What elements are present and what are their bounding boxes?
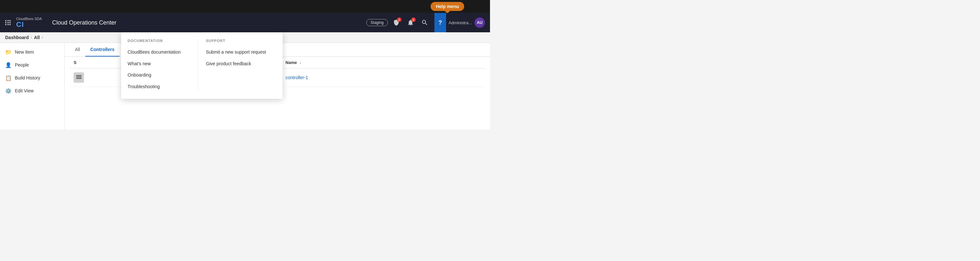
help-menu-callout: Help menu <box>431 2 464 11</box>
sidebar: 📁 New Item 👤 People 📋 Build History ⚙️ E… <box>0 43 65 129</box>
dropdown-item-cloudbees-docs[interactable]: CloudBees documentation <box>127 46 198 58</box>
sidebar-item-new-item[interactable]: 📁 New Item <box>0 46 64 59</box>
cell-controller-name: controller-1 <box>282 68 485 87</box>
tab-all[interactable]: All <box>70 43 85 57</box>
dropdown-item-troubleshooting[interactable]: Troubleshooting <box>127 81 198 93</box>
header-center-title: Cloud Operations Center <box>52 19 361 26</box>
sidebar-item-people[interactable]: 👤 People <box>0 59 64 72</box>
user-avatar[interactable]: AU <box>474 18 485 28</box>
search-icon <box>421 19 428 26</box>
dropdown-item-onboarding[interactable]: Onboarding <box>127 70 198 81</box>
edit-view-icon: ⚙️ <box>5 88 12 94</box>
dropdown-item-whats-new[interactable]: What's new <box>127 58 198 70</box>
bell-badge: 1 <box>411 18 416 22</box>
brand: CloudBees SDA CI <box>16 17 42 29</box>
sidebar-item-label-new-item: New Item <box>15 49 34 54</box>
search-icon-btn[interactable] <box>419 17 431 29</box>
new-item-icon: 📁 <box>5 49 12 55</box>
svg-point-2 <box>80 76 81 76</box>
sidebar-item-edit-view[interactable]: ⚙️ Edit View <box>0 84 64 97</box>
dropdown-item-product-feedback[interactable]: Give product feedback <box>206 58 277 70</box>
build-history-icon: 📋 <box>5 75 12 81</box>
help-dropdown: DOCUMENTATION CloudBees documentation Wh… <box>121 32 283 99</box>
people-icon: 👤 <box>5 62 12 68</box>
header-actions: Staging 1 1 ? Administra... AU <box>366 13 485 32</box>
bell-icon-btn[interactable]: 1 <box>405 17 416 29</box>
dropdown-doc-col: DOCUMENTATION CloudBees documentation Wh… <box>127 39 198 92</box>
admin-name[interactable]: Administra... <box>449 20 472 25</box>
breadcrumb-expand[interactable]: › <box>42 35 43 40</box>
server-icon <box>74 72 84 83</box>
dropdown-item-submit-support[interactable]: Submit a new support request <box>206 46 277 58</box>
breadcrumb-dashboard[interactable]: Dashboard <box>5 35 29 40</box>
server-svg <box>76 74 82 81</box>
annotation-bar: Help menu <box>0 0 490 13</box>
tab-controllers[interactable]: Controllers <box>85 43 120 57</box>
staging-badge[interactable]: Staging <box>366 19 388 26</box>
sidebar-item-build-history[interactable]: 📋 Build History <box>0 72 64 84</box>
doc-section-label: DOCUMENTATION <box>127 39 198 43</box>
svg-point-3 <box>80 78 81 78</box>
header: CloudBees SDA CI Cloud Operations Center… <box>0 13 490 32</box>
dropdown-columns: DOCUMENTATION CloudBees documentation Wh… <box>121 39 283 92</box>
sidebar-item-label-build-history: Build History <box>15 75 40 80</box>
sidebar-item-label-edit-view: Edit View <box>15 88 33 93</box>
grid-menu-icon[interactable] <box>5 20 11 25</box>
support-section-label: SUPPORT <box>206 39 277 43</box>
brand-sub: CI <box>16 21 42 29</box>
controller-link[interactable]: controller-1 <box>286 75 308 80</box>
help-button[interactable]: ? <box>434 13 446 32</box>
dropdown-support-col: SUPPORT Submit a new support request Giv… <box>198 39 277 92</box>
breadcrumb-sep-1: › <box>31 35 32 40</box>
shield-badge: 1 <box>397 18 401 22</box>
breadcrumb-all[interactable]: All <box>34 35 40 40</box>
sidebar-item-label-people: People <box>15 62 29 67</box>
name-sort-arrow: ↓ <box>299 60 302 65</box>
shield-icon-btn[interactable]: 1 <box>390 17 402 29</box>
col-header-name[interactable]: Name ↓ <box>282 57 485 68</box>
